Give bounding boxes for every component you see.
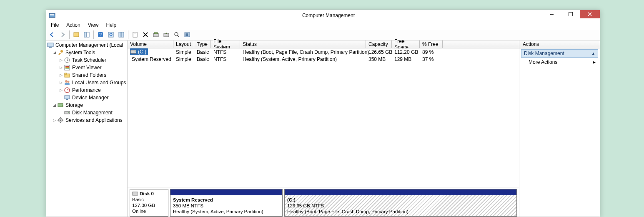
partition-system-reserved[interactable]: System Reserved 350 MB NTFS Healthy (Sys… xyxy=(170,189,283,217)
window-controls xyxy=(542,10,600,18)
menu-view[interactable]: View xyxy=(85,22,102,28)
tree-storage[interactable]: ◢ Storage xyxy=(46,101,127,109)
column-capacity[interactable]: Capacity xyxy=(366,40,392,48)
expand-icon[interactable]: ▷ xyxy=(59,71,63,79)
actions-panel: Actions Disk Management ▲ More Actions ▶ xyxy=(519,40,600,217)
svg-rect-29 xyxy=(65,66,69,67)
column-type[interactable]: Type xyxy=(194,40,211,48)
tree-label: Task Scheduler xyxy=(72,56,106,64)
volume-status: Healthy (Boot, Page File, Crash Dump, Pr… xyxy=(240,49,366,55)
svg-rect-1 xyxy=(50,14,54,15)
navigation-tree[interactable]: Computer Management (Local ◢ System Tool… xyxy=(46,40,128,217)
column-layout[interactable]: Layout xyxy=(173,40,194,48)
toolbar: ? xyxy=(46,29,600,40)
tree-label: Disk Management xyxy=(72,109,113,116)
volume-list-header[interactable]: Volume Layout Type File System Status Ca… xyxy=(128,40,519,48)
expand-icon[interactable]: ▷ xyxy=(59,86,63,94)
maximize-button[interactable] xyxy=(561,10,580,18)
properties-button[interactable] xyxy=(130,30,140,39)
tree-label: Computer Management (Local xyxy=(55,41,123,49)
refresh-button[interactable] xyxy=(106,30,115,39)
show-hide-tree-button[interactable] xyxy=(82,30,91,39)
svg-rect-25 xyxy=(49,47,52,48)
performance-icon xyxy=(64,87,70,93)
column-filesystem[interactable]: File System xyxy=(211,40,240,48)
action-3-button[interactable] xyxy=(172,30,181,39)
tree-root[interactable]: Computer Management (Local xyxy=(46,41,127,49)
volume-fs: NTFS xyxy=(211,56,240,62)
menu-action[interactable]: Action xyxy=(63,22,83,28)
svg-rect-39 xyxy=(66,99,68,100)
center-panel: Volume Layout Type File System Status Ca… xyxy=(128,40,519,217)
close-button[interactable] xyxy=(580,10,600,18)
column-status[interactable]: Status xyxy=(240,40,366,48)
tree-system-tools[interactable]: ◢ System Tools xyxy=(46,49,127,56)
partition-size: 350 MB NTFS xyxy=(173,203,203,208)
volume-row[interactable]: System Reserved Simple Basic NTFS Health… xyxy=(128,56,519,63)
delete-button[interactable] xyxy=(141,30,150,39)
menubar: File Action View Help xyxy=(46,21,600,29)
svg-rect-6 xyxy=(74,33,79,37)
tree-performance[interactable]: ▷ Performance xyxy=(46,86,127,94)
collapse-icon: ▲ xyxy=(591,51,595,56)
svg-rect-8 xyxy=(87,32,89,37)
svg-point-43 xyxy=(68,112,69,113)
action-1-button[interactable] xyxy=(151,30,160,39)
partition-status: Healthy (System, Active, Primary Partiti… xyxy=(173,209,263,214)
toolbar-separator xyxy=(69,30,70,39)
tree-device-manager[interactable]: Device Manager xyxy=(46,94,127,101)
svg-point-26 xyxy=(60,50,63,53)
collapse-icon[interactable]: ◢ xyxy=(52,101,56,109)
titlebar[interactable]: Computer Management xyxy=(46,10,600,21)
expand-icon[interactable]: ▷ xyxy=(52,116,56,124)
collapse-icon[interactable]: ◢ xyxy=(52,49,56,56)
disk-label-name: Disk 0 xyxy=(140,191,154,197)
tree-label: Services and Applications xyxy=(65,116,123,124)
disk-info[interactable]: Disk 0 Basic 127.00 GB Online xyxy=(130,189,168,217)
column-volume[interactable]: Volume xyxy=(128,40,173,48)
main-area: Computer Management (Local ◢ System Tool… xyxy=(46,40,600,217)
tree-event-viewer[interactable]: ▷ Event Viewer xyxy=(46,64,127,71)
expand-icon[interactable]: ▷ xyxy=(59,56,63,64)
column-pctfree[interactable]: % Free xyxy=(420,40,443,48)
disk-size: 127.00 GB xyxy=(132,202,166,208)
expand-icon[interactable]: ▷ xyxy=(59,64,63,71)
device-icon xyxy=(64,94,70,101)
menu-file[interactable]: File xyxy=(48,22,62,28)
tree-label: Local Users and Groups xyxy=(72,79,126,86)
tree-services-apps[interactable]: ▷ Services and Applications xyxy=(46,116,127,124)
forward-button[interactable] xyxy=(58,30,67,39)
computer-icon xyxy=(47,42,54,48)
volume-name: System Reserved xyxy=(132,56,171,62)
svg-point-47 xyxy=(135,51,135,52)
tree-disk-management[interactable]: Disk Management xyxy=(46,109,127,116)
drive-icon xyxy=(130,49,136,54)
action-4-button[interactable] xyxy=(183,30,192,39)
tree-shared-folders[interactable]: ▷ Shared Folders xyxy=(46,71,127,79)
tree-task-scheduler[interactable]: ▷ Task Scheduler xyxy=(46,56,127,64)
tree-label: Shared Folders xyxy=(72,71,106,79)
disk-icon xyxy=(64,109,70,116)
toolbar-separator xyxy=(128,30,128,39)
actions-more[interactable]: More Actions ▶ xyxy=(521,58,598,67)
svg-point-34 xyxy=(65,80,68,83)
settings-button[interactable] xyxy=(117,30,126,39)
tree-local-users[interactable]: ▷ Local Users and Groups xyxy=(46,79,127,86)
volume-free: 112.20 GB xyxy=(392,49,420,55)
services-icon xyxy=(57,117,64,124)
back-button[interactable] xyxy=(48,30,57,39)
action-2-button[interactable] xyxy=(162,30,171,39)
svg-rect-3 xyxy=(50,16,53,16)
volume-row[interactable]: (C:) Simple Basic NTFS Healthy (Boot, Pa… xyxy=(128,48,519,56)
up-button[interactable] xyxy=(72,30,81,39)
menu-help[interactable]: Help xyxy=(103,22,120,28)
volume-list[interactable]: (C:) Simple Basic NTFS Healthy (Boot, Pa… xyxy=(128,48,519,187)
disk-row[interactable]: Disk 0 Basic 127.00 GB Online System Res… xyxy=(130,189,517,217)
expand-icon[interactable]: ▷ xyxy=(59,79,63,86)
partition-c[interactable]: (C:) 126.65 GB NTFS Healthy (Boot, Page … xyxy=(284,189,517,217)
actions-section[interactable]: Disk Management ▲ xyxy=(521,49,598,58)
volume-type: Basic xyxy=(194,49,211,55)
minimize-button[interactable] xyxy=(542,10,561,18)
help-button[interactable]: ? xyxy=(96,30,105,39)
column-freespace[interactable]: Free Space xyxy=(392,40,420,48)
